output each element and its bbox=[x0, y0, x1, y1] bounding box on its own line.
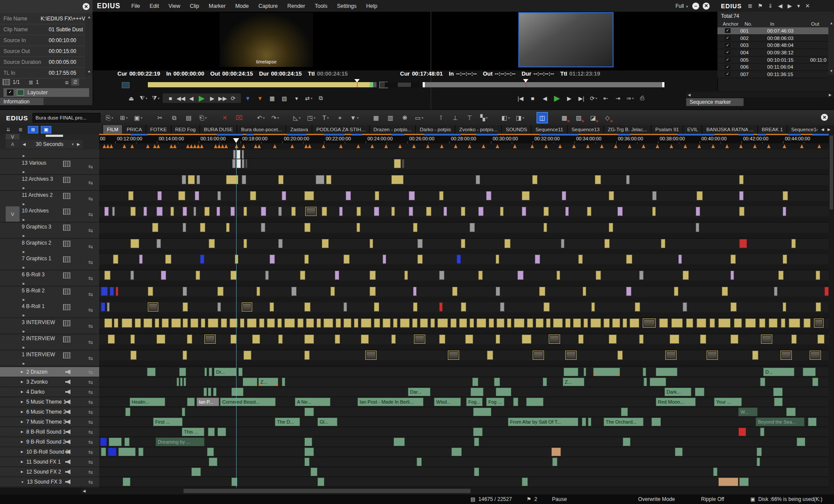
timeline-clip[interactable] bbox=[683, 271, 689, 280]
column-header-in[interactable]: In bbox=[767, 20, 808, 27]
audio-clip[interactable] bbox=[494, 378, 500, 386]
timeline-clip[interactable] bbox=[544, 207, 549, 216]
sequence-marker-icon[interactable] bbox=[157, 144, 160, 148]
timeline-clip[interactable] bbox=[414, 335, 425, 344]
timeline-clip[interactable] bbox=[595, 175, 601, 184]
audio-clip[interactable]: Dreaming by ... bbox=[156, 438, 204, 446]
timeline-clip[interactable] bbox=[444, 207, 447, 216]
track-header-6-b-roll-3[interactable]: 6 B-Roll 3▶⇆ bbox=[0, 270, 99, 286]
timeline-clip[interactable] bbox=[745, 318, 756, 328]
timeline-clip[interactable] bbox=[278, 239, 283, 248]
track-header-2-interview[interactable]: 2 INTERVIEW▶⇆ bbox=[0, 334, 99, 350]
timeline-clip[interactable] bbox=[769, 318, 777, 328]
timeline-clip[interactable] bbox=[535, 255, 540, 264]
timeline-clip[interactable] bbox=[208, 318, 218, 328]
anchor-checkbox[interactable]: ✓ bbox=[725, 28, 731, 33]
track-header-10-archives[interactable]: 10 Archives▶⇆V bbox=[0, 206, 99, 222]
timeline-clip[interactable] bbox=[496, 255, 499, 264]
menu-item-settings[interactable]: Settings bbox=[332, 3, 361, 9]
timeline-clip[interactable] bbox=[270, 255, 275, 264]
timeline-clip[interactable] bbox=[157, 191, 162, 200]
timeline-clip[interactable] bbox=[267, 318, 275, 328]
timeline-clip[interactable] bbox=[678, 255, 682, 264]
screen-mode-dropdown[interactable]: Full ▼ bbox=[675, 3, 689, 9]
timeline-clip[interactable] bbox=[630, 318, 639, 328]
track-header-5-music-theme-1[interactable]: ▶5 Music Theme 1⇆ bbox=[0, 397, 99, 407]
expand-icon[interactable]: ▶ bbox=[23, 266, 25, 269]
timeline-clip[interactable] bbox=[439, 191, 444, 200]
anchor-cell[interactable]: ✓ bbox=[717, 42, 737, 49]
sequence-marker-icon[interactable] bbox=[217, 144, 221, 148]
timeline-clip[interactable] bbox=[244, 207, 247, 216]
timeline-clip[interactable] bbox=[252, 335, 260, 344]
timeline-clip[interactable] bbox=[527, 318, 533, 328]
timeline-clip[interactable] bbox=[565, 318, 570, 328]
zoom-level-label[interactable]: 30 Seconds bbox=[28, 141, 71, 147]
sequence-marker-icon[interactable] bbox=[197, 144, 200, 148]
audio-clip[interactable] bbox=[101, 448, 106, 456]
sequence-marker-icon[interactable] bbox=[130, 144, 134, 148]
timeline-clip[interactable] bbox=[739, 207, 744, 216]
menu-item-tools[interactable]: Tools bbox=[310, 3, 332, 9]
tab-psalam-91[interactable]: Psalam 91 bbox=[651, 125, 683, 134]
menu-item-view[interactable]: View bbox=[164, 3, 185, 9]
timeline-clip[interactable] bbox=[522, 207, 526, 216]
rewind-button[interactable]: ◀◀ bbox=[176, 93, 186, 103]
hscroll-thumb[interactable] bbox=[183, 489, 470, 493]
sequence-marker-icon[interactable] bbox=[656, 144, 659, 148]
audio-clip[interactable]: Red Moon... bbox=[656, 398, 696, 406]
timeline-clip[interactable] bbox=[578, 255, 583, 264]
audio-clip[interactable] bbox=[125, 408, 130, 416]
expand-icon[interactable]: ▶ bbox=[21, 390, 23, 394]
timeline-clip[interactable] bbox=[659, 318, 668, 328]
audio-clip[interactable]: Gl... bbox=[317, 418, 337, 426]
hscroll-left-icon[interactable]: ◀ bbox=[81, 489, 86, 493]
audio-clip[interactable] bbox=[474, 438, 479, 446]
timeline-clip[interactable] bbox=[409, 207, 413, 216]
sequence-marker-icon[interactable] bbox=[572, 144, 576, 148]
audio-clip[interactable]: Cornered Beast... bbox=[220, 398, 276, 406]
audio-clip[interactable] bbox=[773, 388, 783, 396]
sequence-marker-icon[interactable] bbox=[558, 144, 562, 148]
sequence-marker-icon[interactable] bbox=[186, 144, 190, 148]
sequence-marker-icon[interactable] bbox=[544, 144, 548, 148]
timeline-clip[interactable] bbox=[361, 335, 369, 344]
mute-audio-clip-button[interactable]: ▨✕ bbox=[574, 113, 584, 123]
add-clip-button[interactable]: ▼ bbox=[349, 113, 360, 123]
close-icon[interactable]: ✕ bbox=[83, 3, 90, 10]
expand-icon[interactable]: ▶ bbox=[21, 400, 23, 404]
audio-clip[interactable]: Wisd... bbox=[434, 398, 461, 406]
patch-icon[interactable]: ⇆ bbox=[88, 211, 93, 218]
extend-in-button[interactable]: ⇤ bbox=[600, 93, 611, 103]
timeline-clip[interactable] bbox=[157, 239, 161, 248]
timeline-clip[interactable] bbox=[104, 207, 109, 216]
timeline-clip[interactable] bbox=[452, 287, 457, 296]
expand-icon[interactable]: ▶ bbox=[21, 410, 23, 414]
remove-cut-point-button[interactable]: ⊥ bbox=[450, 113, 460, 123]
voice-over-button[interactable]: ⌖ bbox=[335, 113, 345, 123]
timeline-clip[interactable] bbox=[101, 287, 108, 296]
sequence-marker-icon[interactable] bbox=[684, 144, 687, 148]
timeline-clip[interactable] bbox=[562, 191, 566, 200]
audio-clip[interactable]: Healin... bbox=[130, 398, 165, 406]
patch-icon[interactable]: ⇆ bbox=[88, 429, 93, 435]
timeline-clip[interactable] bbox=[297, 318, 304, 328]
audio-clip[interactable] bbox=[180, 378, 183, 386]
sequence-marker-icon[interactable] bbox=[530, 144, 534, 148]
timeline-clip[interactable] bbox=[130, 207, 136, 216]
patch-icon[interactable]: ⇆ bbox=[88, 469, 93, 475]
sequence-marker-icon[interactable] bbox=[817, 144, 821, 148]
timeline-clip[interactable] bbox=[670, 335, 679, 344]
track-lane-9-b-roll-sound-2[interactable]: Dreaming by ... bbox=[99, 437, 829, 447]
patch-icon[interactable]: ⇆ bbox=[88, 389, 93, 395]
timeline-clip[interactable] bbox=[404, 271, 408, 280]
scroll-right-icon[interactable]: ▶ bbox=[829, 93, 831, 97]
audio-clip[interactable] bbox=[310, 468, 317, 476]
timeline-clip[interactable] bbox=[170, 207, 174, 216]
audio-mute-button[interactable]: ◇✕ bbox=[602, 113, 613, 123]
audio-clip[interactable] bbox=[812, 378, 818, 386]
expand-icon[interactable]: ▶ bbox=[21, 450, 23, 454]
timeline-clip[interactable] bbox=[778, 271, 784, 280]
timeline-clip[interactable] bbox=[752, 351, 758, 360]
audio-clip[interactable] bbox=[317, 477, 324, 486]
